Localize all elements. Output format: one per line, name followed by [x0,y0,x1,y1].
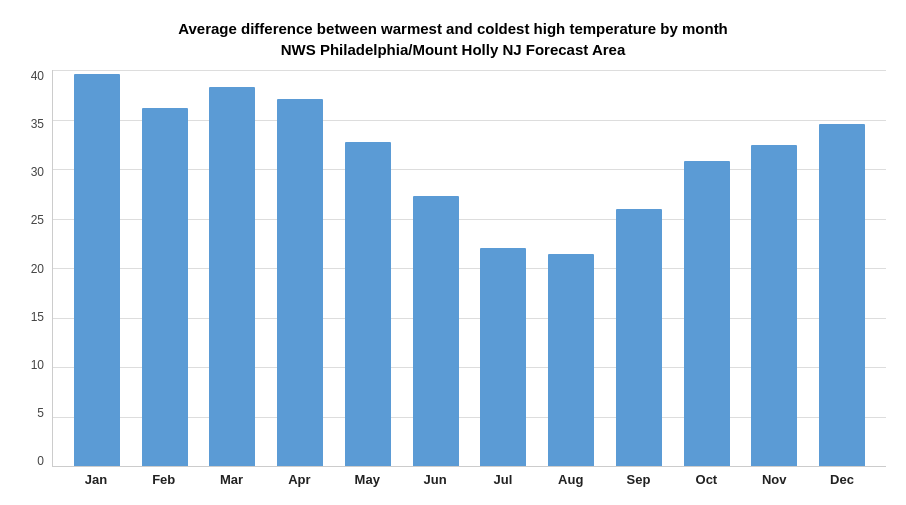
x-label-jun: Jun [401,467,469,495]
bars-row [53,70,886,466]
bar-col [741,70,809,466]
bar-jun [413,196,459,466]
bar-aug [548,254,594,466]
chart-title-line1: Average difference between warmest and c… [20,18,886,39]
bar-col [808,70,876,466]
x-label-dec: Dec [808,467,876,495]
plot-area: JanFebMarAprMayJunJulAugSepOctNovDec [52,70,886,495]
bar-col [63,70,131,466]
y-axis: 4035302520151050 [20,70,52,495]
y-axis-label: 25 [31,214,44,226]
y-axis-label: 20 [31,263,44,275]
y-axis-label: 15 [31,311,44,323]
bar-mar [209,87,255,466]
bar-jan [74,74,120,466]
bar-col [199,70,267,466]
y-axis-label: 35 [31,118,44,130]
bar-col [673,70,741,466]
bars-and-grid [52,70,886,467]
chart-container: Average difference between warmest and c… [0,0,906,505]
x-label-nov: Nov [740,467,808,495]
bar-feb [142,108,188,466]
chart-title-line2: NWS Philadelphia/Mount Holly NJ Forecast… [20,39,886,60]
y-axis-label: 40 [31,70,44,82]
bar-col [605,70,673,466]
x-label-aug: Aug [537,467,605,495]
bar-col [537,70,605,466]
bar-sep [616,209,662,466]
bar-oct [684,161,730,466]
bar-col [334,70,402,466]
y-axis-label: 0 [37,455,44,467]
x-label-jul: Jul [469,467,537,495]
y-axis-label: 30 [31,166,44,178]
bar-col [402,70,470,466]
bar-jul [480,248,526,466]
x-label-sep: Sep [605,467,673,495]
bar-apr [277,99,323,466]
chart-title: Average difference between warmest and c… [20,18,886,60]
x-label-may: May [333,467,401,495]
bar-col [266,70,334,466]
x-label-mar: Mar [198,467,266,495]
y-axis-label: 5 [37,407,44,419]
chart-area: 4035302520151050 JanFebMarAprMayJunJulAu… [20,70,886,495]
bar-nov [751,145,797,466]
bar-may [345,142,391,466]
x-label-oct: Oct [672,467,740,495]
bar-dec [819,124,865,466]
bar-col [131,70,199,466]
x-label-feb: Feb [130,467,198,495]
bar-col [470,70,538,466]
x-label-apr: Apr [265,467,333,495]
x-label-jan: Jan [62,467,130,495]
y-axis-label: 10 [31,359,44,371]
x-labels: JanFebMarAprMayJunJulAugSepOctNovDec [52,467,886,495]
